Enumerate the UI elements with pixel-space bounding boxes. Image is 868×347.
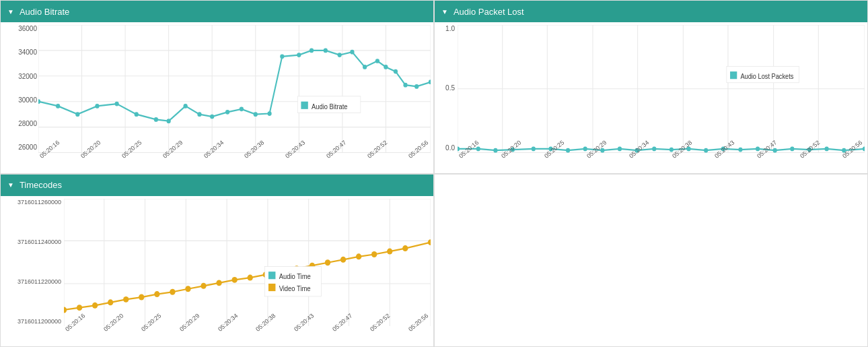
svg-point-81 <box>825 147 829 152</box>
audio-bitrate-title: Audio Bitrate <box>20 7 69 17</box>
svg-point-118 <box>325 259 330 265</box>
dashboard: ▼ Audio Bitrate 36000 34000 32000 30000 … <box>0 0 868 347</box>
audio-packet-lost-y-axis: 1.0 0.5 0.0 <box>436 25 455 152</box>
svg-text:Audio Lost Packets: Audio Lost Packets <box>740 73 793 80</box>
svg-point-66 <box>566 148 570 153</box>
svg-point-74 <box>704 148 708 153</box>
audio-packet-lost-x-axis: 05:20:16 05:20:20 05:20:25 05:20:29 05:2… <box>458 154 865 173</box>
svg-point-22 <box>154 117 158 122</box>
svg-point-112 <box>231 276 237 282</box>
audio-bitrate-chart: Audio Bitrate <box>38 25 431 153</box>
audio-packet-lost-chart-area: 1.0 0.5 0.0 <box>435 22 867 173</box>
svg-point-108 <box>170 288 175 294</box>
svg-point-67 <box>583 147 587 152</box>
svg-point-17 <box>56 104 60 108</box>
svg-point-23 <box>167 119 171 123</box>
svg-text:Audio Bitrate: Audio Bitrate <box>312 103 348 111</box>
svg-point-62 <box>493 148 497 153</box>
audio-packet-lost-header[interactable]: ▼ Audio Packet Lost <box>435 1 867 22</box>
svg-point-16 <box>38 99 40 104</box>
svg-point-76 <box>738 148 742 152</box>
timecodes-svg: Audio Time Video Time <box>64 199 431 327</box>
svg-point-103 <box>92 302 98 308</box>
timecodes-x-axis: 05:20:16 05:20:20 05:20:25 05:20:29 05:2… <box>64 327 431 346</box>
audio-bitrate-x-axis: 05:20:16 05:20:20 05:20:25 05:20:29 05:2… <box>38 154 431 173</box>
svg-point-61 <box>476 147 480 152</box>
svg-point-123 <box>402 245 408 251</box>
timecodes-title: Timecodes <box>20 180 62 190</box>
svg-point-83 <box>863 147 865 152</box>
svg-point-19 <box>95 104 99 108</box>
svg-point-105 <box>123 296 129 302</box>
audio-bitrate-panel: ▼ Audio Bitrate 36000 34000 32000 30000 … <box>0 0 434 174</box>
svg-point-34 <box>324 49 328 53</box>
timecodes-chevron[interactable]: ▼ <box>7 181 14 189</box>
svg-point-109 <box>185 286 190 292</box>
svg-rect-126 <box>268 272 275 279</box>
svg-point-79 <box>790 147 794 152</box>
timecodes-header[interactable]: ▼ Timecodes <box>1 175 433 196</box>
svg-point-33 <box>310 49 314 53</box>
svg-point-41 <box>403 83 407 88</box>
svg-point-101 <box>64 307 67 313</box>
svg-point-102 <box>77 305 82 311</box>
svg-point-28 <box>240 107 244 112</box>
right-bottom-empty <box>434 174 868 348</box>
svg-point-122 <box>387 248 392 254</box>
svg-point-72 <box>670 148 674 152</box>
svg-point-121 <box>371 251 377 257</box>
svg-point-24 <box>184 104 188 108</box>
svg-point-120 <box>356 253 361 259</box>
svg-rect-45 <box>301 102 308 109</box>
audio-packet-lost-title: Audio Packet Lost <box>454 7 524 17</box>
timecodes-chart: Audio Time Video Time <box>64 199 431 327</box>
svg-point-25 <box>197 112 201 117</box>
svg-point-29 <box>254 112 258 117</box>
audio-bitrate-chevron[interactable]: ▼ <box>7 8 14 15</box>
timecodes-panel: ▼ Timecodes 3716011260000 3716011240000 … <box>0 174 434 348</box>
timecodes-y-axis: 3716011260000 3716011240000 371601122000… <box>2 199 61 325</box>
svg-point-78 <box>773 148 777 153</box>
audio-bitrate-svg: Audio Bitrate <box>38 25 431 153</box>
svg-rect-85 <box>730 71 737 79</box>
svg-point-21 <box>135 112 139 117</box>
svg-point-31 <box>280 54 284 59</box>
audio-packet-lost-svg: Audio Lost Packets <box>458 25 865 153</box>
svg-point-124 <box>428 239 431 245</box>
svg-point-37 <box>363 65 367 69</box>
svg-point-71 <box>652 147 656 152</box>
audio-bitrate-y-axis: 36000 34000 32000 30000 28000 26000 <box>2 25 37 152</box>
svg-point-69 <box>618 147 622 152</box>
audio-bitrate-header[interactable]: ▼ Audio Bitrate <box>1 1 433 22</box>
audio-packet-lost-chart: Audio Lost Packets <box>458 25 865 153</box>
svg-point-35 <box>338 53 342 57</box>
svg-point-39 <box>384 65 388 69</box>
svg-point-104 <box>108 299 113 305</box>
audio-bitrate-chart-area: 36000 34000 32000 30000 28000 26000 <box>1 22 433 173</box>
svg-point-119 <box>340 256 346 262</box>
svg-point-106 <box>139 294 144 300</box>
svg-point-26 <box>210 115 214 119</box>
svg-rect-128 <box>268 283 275 290</box>
audio-packet-lost-panel: ▼ Audio Packet Lost 1.0 0.5 0.0 <box>434 0 868 174</box>
svg-point-107 <box>154 291 159 297</box>
svg-point-32 <box>297 53 301 57</box>
svg-point-43 <box>429 80 431 84</box>
svg-point-42 <box>414 84 419 89</box>
svg-text:Audio Time: Audio Time <box>279 273 311 280</box>
svg-point-38 <box>375 59 379 63</box>
audio-packet-lost-chevron[interactable]: ▼ <box>441 8 448 15</box>
timecodes-chart-area: 3716011260000 3716011240000 371601122000… <box>1 196 433 347</box>
svg-point-40 <box>394 69 398 74</box>
svg-point-20 <box>114 102 118 106</box>
svg-point-30 <box>267 111 271 116</box>
svg-point-27 <box>225 110 229 115</box>
svg-point-111 <box>216 280 221 286</box>
svg-point-36 <box>350 50 354 55</box>
svg-point-64 <box>532 147 536 152</box>
svg-text:Video Time: Video Time <box>279 284 311 292</box>
svg-point-18 <box>75 112 79 117</box>
svg-point-60 <box>458 147 460 152</box>
svg-point-113 <box>248 274 253 280</box>
svg-point-110 <box>201 282 206 288</box>
